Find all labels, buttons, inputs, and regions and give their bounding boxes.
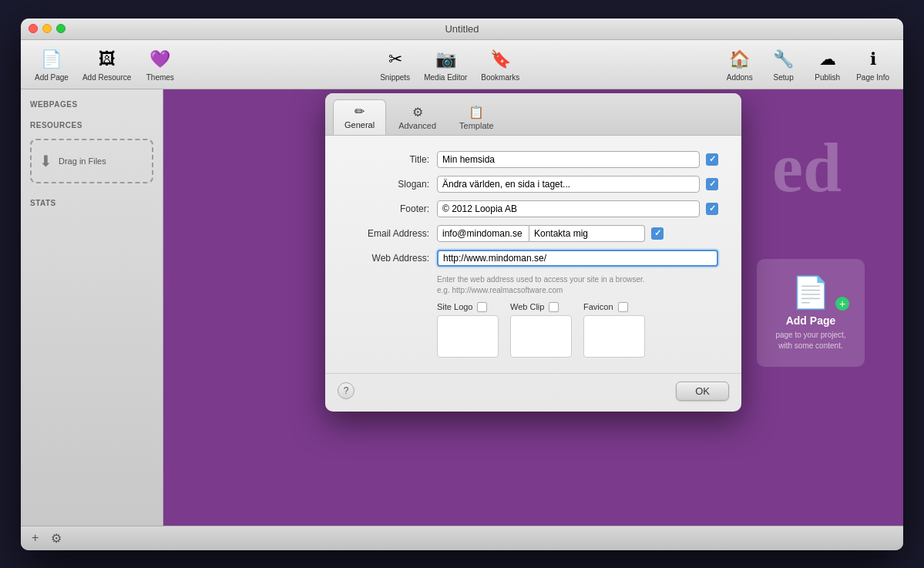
- email-btn-input[interactable]: [529, 225, 645, 242]
- add-bottom-button[interactable]: +: [29, 529, 42, 546]
- toolbar-left-group: 📄 Add Page 🖼 Add Resource 💜 Themes: [29, 44, 181, 85]
- minimize-button[interactable]: [42, 24, 52, 33]
- bookmarks-button[interactable]: 🔖 Bookmarks: [475, 44, 526, 85]
- close-button[interactable]: [29, 24, 38, 33]
- title-bar: Untitled: [21, 18, 903, 40]
- favicon-item: Favicon: [583, 302, 645, 358]
- mac-window: Untitled 📄 Add Page 🖼 Add Resource 💜 The…: [21, 18, 903, 550]
- media-editor-label: Media Editor: [424, 73, 467, 82]
- webaddress-row: Web Address:: [348, 250, 718, 267]
- gear-bottom-button[interactable]: ⚙: [48, 529, 65, 547]
- template-tab-icon: 📋: [469, 105, 484, 119]
- drag-icon: ⬇: [39, 152, 52, 170]
- traffic-lights: [29, 24, 66, 33]
- favicon-label-row: Favicon: [583, 302, 645, 312]
- site-logo-item: Site Logo: [437, 302, 499, 358]
- template-tab-label: Template: [459, 121, 494, 130]
- favicon-checkbox[interactable]: [618, 302, 628, 312]
- setup-label: Setup: [774, 73, 794, 82]
- email-row: Email Address:: [348, 225, 718, 242]
- email-label: Email Address:: [348, 228, 429, 239]
- media-editor-button[interactable]: 📷 Media Editor: [418, 44, 473, 85]
- publish-button[interactable]: ☁ Publish: [806, 44, 848, 85]
- footer-label: Footer:: [348, 203, 429, 214]
- web-clip-checkbox[interactable]: [549, 302, 559, 312]
- add-page-label: Add Page: [35, 73, 69, 82]
- drag-in-files[interactable]: ⬇ Drag in Files: [30, 139, 153, 183]
- modal-footer: ? OK: [325, 373, 741, 412]
- main-area: WEBPAGES RESOURCES ⬇ Drag in Files STATS…: [21, 89, 903, 526]
- publish-icon: ☁: [815, 47, 840, 72]
- snippets-label: Snippets: [380, 73, 410, 82]
- advanced-tab-icon: ⚙: [412, 105, 423, 119]
- title-label: Title:: [348, 154, 429, 165]
- themes-button[interactable]: 💜 Themes: [139, 44, 181, 85]
- page-info-icon: ℹ: [861, 47, 885, 72]
- email-input[interactable]: [437, 225, 529, 242]
- webaddress-hint: Enter the web address used to access you…: [437, 274, 718, 296]
- slogan-label: Slogan:: [348, 179, 429, 190]
- general-tab-icon: ✏: [354, 104, 365, 119]
- resources-section-title: RESOURCES: [21, 118, 163, 133]
- site-logo-box[interactable]: [437, 315, 499, 358]
- add-page-icon: 📄: [39, 47, 64, 72]
- bottom-bar: + ⚙: [21, 526, 903, 550]
- favicon-box[interactable]: [583, 315, 645, 358]
- addons-label: Addons: [727, 73, 753, 82]
- drag-label: Drag in Files: [59, 156, 106, 166]
- modal-tabs: ✏ General ⚙ Advanced 📋 Template: [325, 93, 741, 136]
- help-button[interactable]: ?: [338, 382, 354, 399]
- bookmarks-icon: 🔖: [488, 47, 512, 72]
- setup-icon: 🔧: [771, 47, 796, 72]
- title-checkbox[interactable]: [706, 153, 718, 166]
- toolbar: 📄 Add Page 🖼 Add Resource 💜 Themes ✂ Sni…: [21, 40, 903, 89]
- publish-label: Publish: [815, 73, 840, 82]
- title-input[interactable]: [437, 151, 700, 168]
- setup-button[interactable]: 🔧 Setup: [762, 44, 805, 85]
- page-info-button[interactable]: ℹ Page Info: [850, 44, 895, 85]
- general-tab-label: General: [344, 120, 375, 129]
- stats-section-title: STATS: [21, 196, 163, 210]
- addons-icon: 🏠: [727, 47, 752, 72]
- content-area: ed 📄 + Add Page page to your project, wi…: [163, 89, 903, 526]
- modal-dialog: ✏ General ⚙ Advanced 📋 Template: [325, 93, 741, 412]
- slogan-input[interactable]: [437, 176, 700, 193]
- modal-overlay: ✏ General ⚙ Advanced 📋 Template: [163, 89, 903, 526]
- footer-checkbox[interactable]: [706, 203, 718, 215]
- footer-row: Footer:: [348, 200, 718, 217]
- email-inputs: [437, 225, 645, 242]
- tab-general[interactable]: ✏ General: [333, 99, 386, 135]
- addons-button[interactable]: 🏠 Addons: [718, 44, 761, 85]
- web-clip-label-row: Web Clip: [510, 302, 572, 312]
- themes-label: Themes: [146, 73, 174, 82]
- tab-advanced[interactable]: ⚙ Advanced: [388, 101, 447, 135]
- add-resource-icon: 🖼: [95, 47, 119, 72]
- ok-button[interactable]: OK: [676, 381, 729, 401]
- title-row: Title:: [348, 151, 718, 168]
- webpages-section-title: WEBPAGES: [21, 97, 163, 112]
- email-checkbox[interactable]: [651, 227, 664, 240]
- slogan-row: Slogan:: [348, 176, 718, 193]
- bookmarks-label: Bookmarks: [481, 73, 519, 82]
- tab-template[interactable]: 📋 Template: [449, 101, 505, 135]
- snippets-button[interactable]: ✂ Snippets: [374, 44, 416, 85]
- web-clip-item: Web Clip: [510, 302, 572, 358]
- add-page-button[interactable]: 📄 Add Page: [29, 44, 75, 85]
- slogan-checkbox[interactable]: [706, 178, 718, 190]
- web-clip-label: Web Clip: [510, 302, 544, 311]
- site-logo-checkbox[interactable]: [477, 302, 487, 312]
- webaddress-label: Web Address:: [348, 253, 429, 264]
- site-logo-label-row: Site Logo: [437, 302, 499, 312]
- footer-input[interactable]: [437, 200, 700, 217]
- image-row: Site Logo Web Clip: [437, 302, 718, 358]
- site-logo-label: Site Logo: [437, 302, 472, 311]
- add-resource-button[interactable]: 🖼 Add Resource: [76, 44, 137, 85]
- maximize-button[interactable]: [56, 24, 66, 33]
- web-clip-box[interactable]: [510, 315, 572, 358]
- add-resource-label: Add Resource: [82, 73, 131, 82]
- media-editor-icon: 📷: [433, 47, 458, 72]
- themes-icon: 💜: [148, 47, 173, 72]
- sidebar: WEBPAGES RESOURCES ⬇ Drag in Files STATS: [21, 89, 163, 526]
- page-info-label: Page Info: [856, 73, 889, 82]
- webaddress-input[interactable]: [437, 250, 718, 267]
